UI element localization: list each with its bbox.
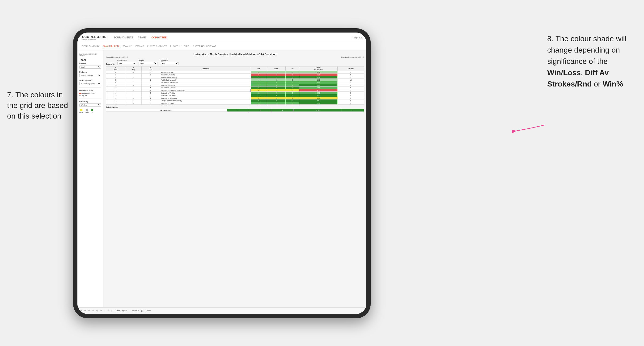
table-row: 10 - 5 University of Alabama 3 0 0 2.61 … [106, 86, 364, 89]
table-row: 9 - 1 University of Arizona 1 0 0 9.00 2 [106, 84, 364, 86]
sidebar: Last Updated: 27/03/2024 16:55:38 Team G… [78, 50, 104, 314]
out-of-division-title: Out of division [106, 106, 364, 108]
cell-reg: - [125, 102, 142, 105]
view-original[interactable]: ☁ View: Original [114, 310, 127, 312]
nav-items: TOURNAMENTS TEAMS COMMITTEE [114, 36, 346, 39]
cell-conf: 1 [142, 76, 160, 79]
cell-tie: 0 [286, 76, 299, 79]
col-opponent: Opponent [160, 66, 251, 71]
cell-conf: 2 [142, 97, 160, 99]
cell-conf: 3 [142, 92, 160, 94]
cell-win: 4 [251, 79, 267, 81]
h2h-table: #Rank #Reg #Conf Opponent Win Loss Tie D… [106, 66, 364, 105]
cell-conf: 4 [142, 99, 160, 102]
cell-win: 3 [251, 102, 267, 105]
annotation-left: 7. The colours in the grid are based on … [7, 90, 73, 121]
cell-opponent: University of Alabama [160, 86, 251, 89]
tab-team-summary[interactable]: TEAM SUMMARY [82, 45, 100, 48]
table-row: 12 - 3 University of Virginia 1 0 0 2.33… [106, 92, 364, 94]
app-header: SCOREBOARD Powered by clippd TOURNAMENTS… [78, 32, 366, 43]
nav-teams[interactable]: TEAMS [138, 36, 146, 39]
crop-button[interactable]: ▭ [100, 310, 102, 312]
cell-rounds: 9 [338, 71, 364, 74]
table-row: 4 - 1 Arizona State University 5 1 0 2.2… [106, 76, 364, 79]
region-select[interactable]: (All) [138, 62, 158, 65]
cell-rank: 9 [106, 84, 125, 86]
filter-row: Opponents: Conference (All) Region (All) [106, 60, 364, 65]
nav-tournaments[interactable]: TOURNAMENTS [114, 36, 134, 39]
conference-select[interactable]: (All) [117, 62, 136, 65]
opponent-filter: Opponent (All) [160, 60, 179, 65]
cell-tie: 0 [286, 99, 299, 102]
table-row: 2 - 1 Auburn University 2 1 0 1.67 9 [106, 71, 364, 74]
nav-committee[interactable]: COMMITTEE [151, 36, 167, 39]
radio-opponents-played[interactable]: Opponents Played [79, 92, 101, 94]
cell-tie: 0 [286, 89, 299, 92]
out-of-division-table: NCAA Division II 1 0 0 26.00 3 [106, 109, 364, 112]
cell-loss: 0 [267, 86, 286, 89]
grid-title: University of North Carolina Head-to-Hea… [106, 53, 364, 56]
legend: Down Level Up [79, 109, 101, 113]
conference-filter: Conference (All) [117, 60, 136, 65]
cell-win: 0 [251, 89, 267, 92]
table-row: 13 - 1 Texas Tech University 3 0 0 5.56 … [106, 94, 364, 97]
cell-conf: 2 [142, 74, 160, 76]
cell-rounds: 3 [338, 81, 364, 84]
share-button[interactable]: Share [146, 310, 150, 312]
sidebar-gender: Gender Men's [79, 63, 101, 69]
cell-diff: -2.29 [299, 74, 338, 76]
cell-rank: 11 [106, 89, 125, 92]
radio-top100[interactable]: Top 100 [79, 95, 101, 96]
cell-diff: 9.00 [299, 84, 338, 86]
colour-by-select[interactable]: Win/loss [79, 103, 101, 107]
tab-player-h2h-grid[interactable]: PLAYER H2H GRID [170, 45, 189, 48]
tab-player-h2h-heatmap[interactable]: PLAYER H2H HEATMAP [192, 45, 216, 48]
cell-tie: 0 [286, 74, 299, 76]
cell-rank: 12 [106, 92, 125, 94]
cell-loss: 0 [267, 92, 286, 94]
cell-tie: 0 [286, 86, 299, 89]
table-row: 8 - 2 University of Washington 1 0 0 3.6… [106, 81, 364, 84]
cell-rank: 8 [106, 81, 125, 84]
add-button[interactable]: ⊕ [92, 310, 94, 312]
cell-opponent: Florida State University [160, 79, 251, 81]
cell-win: 0 [251, 97, 267, 99]
cell-loss: 1 [267, 71, 286, 74]
cell-rounds: 2 [338, 84, 364, 86]
back-button[interactable]: ↩ [88, 310, 90, 312]
cell-rank: 3 [106, 74, 125, 76]
sub-nav: TEAM SUMMARY TEAM H2H GRID TEAM H2H HEAT… [78, 43, 366, 50]
out-div-diff: 26.00 [293, 109, 342, 112]
watch-button[interactable]: Watch ▾ [132, 310, 139, 312]
grid-subtitle: Overall Record: 89 - 17 - 0 Division Rec… [106, 56, 364, 58]
cell-win: 3 [251, 86, 267, 89]
cell-rounds: 3 [338, 89, 364, 92]
school-select[interactable]: 1. University of Nort... [79, 82, 101, 85]
sign-out-button[interactable]: | Sign out [353, 36, 362, 39]
redo-button[interactable]: ↪ [84, 310, 86, 312]
grid-button[interactable]: ⊡ [96, 310, 98, 312]
cell-loss: 1 [267, 76, 286, 79]
last-updated: Last Updated: 27/03/2024 16:55:38 [79, 53, 101, 57]
cell-rounds: 9 [338, 99, 364, 102]
sidebar-division: Division NCAA Division I [79, 71, 101, 77]
tab-team-h2h-heatmap[interactable]: TEAM H2H HEATMAP [122, 45, 144, 48]
main-content: Last Updated: 27/03/2024 16:55:38 Team G… [78, 50, 366, 314]
cell-win: 1 [251, 81, 267, 84]
gender-select[interactable]: Men's [79, 65, 101, 69]
opponent-select[interactable]: (All) [160, 62, 179, 65]
undo-button[interactable]: ↩ [80, 310, 82, 312]
cell-conf: 1 [142, 84, 160, 86]
division-select[interactable]: NCAA Division I [79, 74, 101, 77]
cell-rounds: 8 [338, 86, 364, 89]
cell-rank: 16 [106, 102, 125, 105]
cell-conf: 6 [142, 89, 160, 92]
tab-player-summary[interactable]: PLAYER SUMMARY [147, 45, 167, 48]
tab-team-h2h-grid[interactable]: TEAM H2H GRID [103, 45, 120, 48]
cell-loss: 4 [267, 74, 286, 76]
grid-area: University of North Carolina Head-to-Hea… [104, 50, 366, 314]
table-row-out-division: NCAA Division II 1 0 0 26.00 3 [106, 109, 364, 112]
clock-button[interactable]: ⊙ [108, 310, 109, 312]
comment-button[interactable]: 💬 [141, 310, 143, 312]
col-conf: #Conf [142, 66, 160, 71]
